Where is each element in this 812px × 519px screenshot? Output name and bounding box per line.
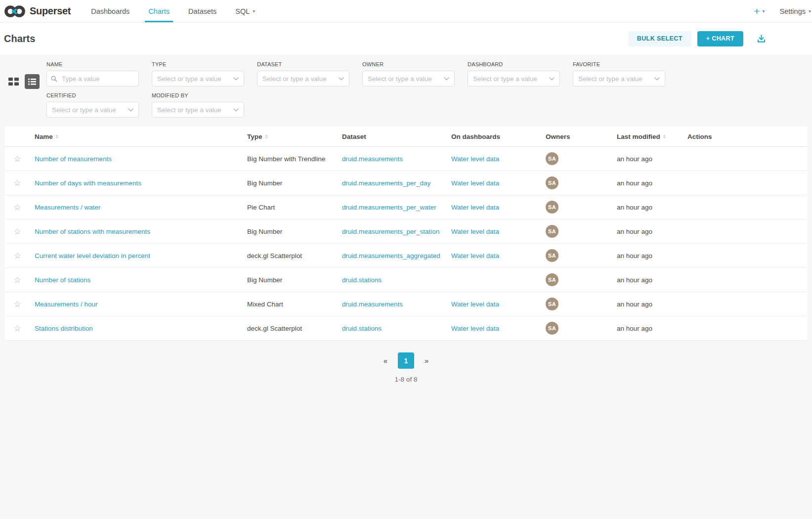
dashboard-link[interactable]: Water level data bbox=[451, 155, 499, 163]
export-charts-button[interactable] bbox=[756, 34, 767, 44]
select-placeholder: Select or type a value bbox=[157, 106, 233, 114]
owners-cell: SA bbox=[546, 201, 617, 214]
chart-name-link[interactable]: Stations distribution bbox=[35, 325, 93, 332]
dataset-link[interactable]: druid.measurements_per_water bbox=[342, 204, 436, 211]
chevron-down-icon bbox=[654, 77, 660, 81]
dataset-link[interactable]: druid.measurements_per_day bbox=[342, 179, 430, 187]
column-header-dataset: Dataset bbox=[342, 133, 451, 140]
chart-name-link[interactable]: Measurements / hour bbox=[35, 301, 98, 308]
chart-name-link[interactable]: Measurements / water bbox=[35, 204, 101, 211]
dataset-cell: druid.measurements_per_day bbox=[342, 179, 451, 187]
last-modified-cell: an hour ago bbox=[617, 155, 687, 163]
select-placeholder: Select or type a value bbox=[52, 106, 128, 114]
owner-avatar[interactable]: SA bbox=[546, 322, 558, 335]
nav-item-dashboards[interactable]: Dashboards bbox=[82, 0, 139, 22]
favorite-cell: ☆ bbox=[5, 276, 35, 284]
chart-name-link[interactable]: Number of days with measurements bbox=[35, 179, 141, 187]
filter-select-modified-by[interactable]: Select or type a value bbox=[152, 102, 244, 118]
filter-name: NAME bbox=[46, 61, 139, 86]
download-icon bbox=[756, 34, 767, 44]
owners-cell: SA bbox=[546, 176, 617, 189]
nav-item-sql[interactable]: SQL▾ bbox=[226, 0, 264, 22]
owner-avatar[interactable]: SA bbox=[546, 298, 558, 310]
owners-cell: SA bbox=[546, 298, 617, 310]
chart-type-cell: Big Number with Trendline bbox=[247, 155, 342, 163]
list-view-toggle[interactable] bbox=[25, 74, 40, 89]
dataset-cell: druid.measurements bbox=[342, 301, 451, 308]
sort-icon[interactable]: ▲▼ bbox=[55, 134, 59, 139]
favorite-star-icon[interactable]: ☆ bbox=[13, 300, 21, 308]
dataset-link[interactable]: druid.measurements bbox=[342, 155, 403, 163]
owner-avatar[interactable]: SA bbox=[546, 225, 558, 238]
owner-avatar[interactable]: SA bbox=[546, 176, 558, 189]
pagination: « 1 » bbox=[0, 352, 812, 369]
last-modified-cell: an hour ago bbox=[617, 252, 687, 260]
filter-select-favorite[interactable]: Select or type a value bbox=[573, 71, 665, 86]
chart-name-link[interactable]: Current water level deviation in percent bbox=[35, 252, 150, 260]
dashboard-link[interactable]: Water level data bbox=[451, 179, 499, 187]
favorite-star-icon[interactable]: ☆ bbox=[13, 179, 21, 187]
owner-avatar[interactable]: SA bbox=[546, 249, 558, 262]
dashboard-link[interactable]: Water level data bbox=[451, 301, 499, 308]
owner-avatar[interactable]: SA bbox=[546, 201, 558, 214]
card-view-toggle[interactable] bbox=[6, 74, 21, 89]
chart-name-link[interactable]: Number of stations with measurements bbox=[35, 228, 150, 235]
filter-dashboard: DASHBOARDSelect or type a value bbox=[468, 61, 560, 86]
bulk-select-button[interactable]: BULK SELECT bbox=[628, 31, 691, 46]
chart-name-cell: Number of measurements bbox=[35, 155, 247, 163]
chart-type-cell: Big Number bbox=[247, 179, 342, 187]
dataset-link[interactable]: druid.measurements bbox=[342, 301, 403, 308]
favorite-star-icon[interactable]: ☆ bbox=[13, 155, 21, 163]
favorite-star-icon[interactable]: ☆ bbox=[13, 227, 21, 236]
page-1-button[interactable]: 1 bbox=[398, 352, 414, 369]
brand-name: Superset bbox=[30, 5, 71, 17]
chevron-down-icon bbox=[233, 77, 239, 81]
favorite-star-icon[interactable]: ☆ bbox=[13, 252, 21, 260]
favorite-cell: ☆ bbox=[5, 155, 35, 163]
name-search-input[interactable] bbox=[46, 71, 139, 86]
prev-page-button[interactable]: « bbox=[384, 356, 387, 365]
favorite-star-icon[interactable]: ☆ bbox=[13, 324, 21, 333]
table-row: ☆Number of days with measurementsBig Num… bbox=[5, 171, 807, 195]
filter-select-certified[interactable]: Select or type a value bbox=[46, 102, 139, 118]
favorite-star-icon[interactable]: ☆ bbox=[13, 276, 21, 284]
last-modified-cell: an hour ago bbox=[617, 301, 687, 308]
nav-item-charts[interactable]: Charts bbox=[139, 0, 179, 22]
settings-label: Settings bbox=[780, 7, 806, 15]
superset-logo[interactable]: Superset bbox=[4, 4, 71, 18]
chart-name-link[interactable]: Number of stations bbox=[35, 276, 90, 284]
header-actions: BULK SELECT + CHART bbox=[628, 31, 767, 46]
filter-select-dashboard[interactable]: Select or type a value bbox=[468, 71, 560, 86]
dataset-link[interactable]: druid.measurements_per_station bbox=[342, 228, 439, 235]
sort-icon[interactable]: ▲▼ bbox=[663, 134, 666, 139]
chevron-down-icon bbox=[233, 108, 239, 112]
favorite-star-icon[interactable]: ☆ bbox=[13, 203, 21, 212]
filter-select-type[interactable]: Select or type a value bbox=[152, 71, 244, 86]
owner-avatar[interactable]: SA bbox=[546, 152, 558, 165]
chart-name-link[interactable]: Number of measurements bbox=[35, 155, 112, 163]
filter-certified: CERTIFIEDSelect or type a value bbox=[46, 92, 139, 118]
owner-avatar[interactable]: SA bbox=[546, 273, 558, 286]
dataset-link[interactable]: druid.stations bbox=[342, 325, 382, 332]
dashboard-link[interactable]: Water level data bbox=[451, 228, 499, 235]
favorite-cell: ☆ bbox=[5, 252, 35, 260]
dataset-link[interactable]: druid.stations bbox=[342, 276, 382, 284]
filter-select-owner[interactable]: Select or type a value bbox=[362, 71, 455, 86]
dashboard-link[interactable]: Water level data bbox=[451, 252, 499, 260]
sort-icon[interactable]: ▲▼ bbox=[265, 134, 268, 139]
favorite-cell: ☆ bbox=[5, 203, 35, 212]
dashboard-link[interactable]: Water level data bbox=[451, 325, 499, 332]
chart-type-cell: deck.gl Scatterplot bbox=[247, 325, 342, 332]
new-item-menu-button[interactable]: + ▾ bbox=[752, 6, 767, 16]
nav-item-datasets[interactable]: Datasets bbox=[179, 0, 226, 22]
dashboard-link[interactable]: Water level data bbox=[451, 204, 499, 211]
name-search-wrap bbox=[46, 71, 139, 86]
dataset-link[interactable]: druid.measurements_aggregated bbox=[342, 252, 440, 260]
sort-desc-icon: ▼ bbox=[663, 136, 666, 139]
owners-cell: SA bbox=[546, 152, 617, 165]
settings-menu-button[interactable]: Settings ▾ bbox=[780, 7, 811, 15]
table-row: ☆Number of stationsBig Numberdruid.stati… bbox=[5, 268, 807, 292]
filter-select-dataset[interactable]: Select or type a value bbox=[257, 71, 349, 86]
next-page-button[interactable]: » bbox=[425, 356, 428, 365]
new-chart-button[interactable]: + CHART bbox=[697, 31, 743, 46]
